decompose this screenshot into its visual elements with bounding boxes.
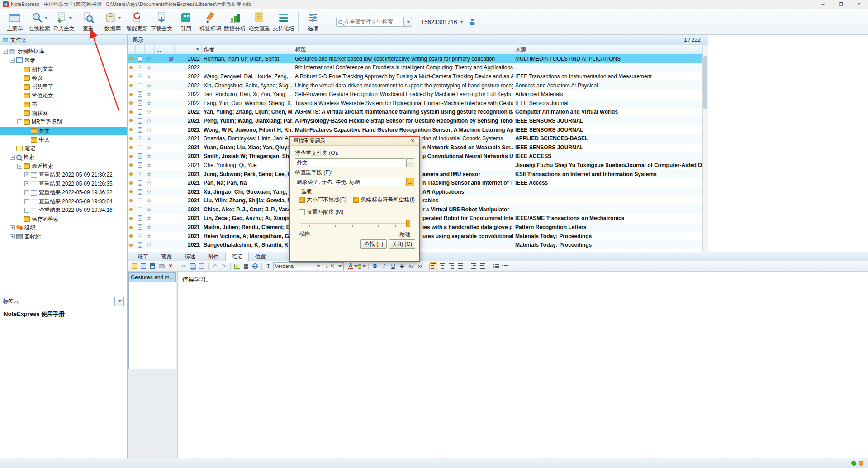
subscript-button[interactable]: x₂ [407,262,415,270]
cut-icon[interactable]: ✂ [180,262,188,270]
new-note-icon[interactable] [130,262,138,270]
tree-item[interactable]: −示例数据库 [0,47,127,56]
database-button[interactable]: 数据库 [100,10,125,33]
tree-expander[interactable]: + [24,172,29,177]
column-attachment[interactable] [136,45,145,54]
tree-item[interactable]: 外文 [0,127,127,136]
table-row[interactable]: ☆2022Xia, Chengshuo; Saito, Ayane; Sugi.… [128,81,708,90]
minimize-button[interactable]: ─ [814,0,832,9]
bottom-tab-1[interactable]: 预览 [155,252,178,261]
match-degree-slider[interactable] [299,220,410,228]
find-button[interactable]: 查找 (F) [360,239,387,249]
record-star-icon[interactable]: ☆ [145,214,155,223]
paper-check-button[interactable]: 论文查重 [247,10,271,33]
tree-expander[interactable]: − [17,164,22,169]
tree-item[interactable]: +查重结果 2022-05-09 19:35:04 [0,197,127,206]
align-justify-button[interactable] [456,262,465,270]
ignore-punctuation-checkbox[interactable]: ✓ 忽略标点符号和空格(I) [353,196,415,204]
record-star-icon[interactable]: ☆ [145,134,155,143]
record-star-icon[interactable]: ☆ [145,90,155,99]
tree-item[interactable]: +查重结果 2022-05-09 19:34:16 [0,206,127,215]
record-star-icon[interactable]: ☆ [145,232,155,241]
account-dropdown[interactable]: 15623301716 [421,19,475,25]
tree-item[interactable]: 笔记 [0,144,127,153]
bottom-tab-4[interactable]: 笔记 [225,252,249,261]
ordered-list-button[interactable] [492,262,500,270]
record-star-icon[interactable]: ☆ [145,125,155,134]
record-star-icon[interactable]: ☆ [145,178,155,187]
tree-expander[interactable]: + [24,199,29,204]
insert-table-icon[interactable]: ▦ [242,262,250,270]
tree-item[interactable]: 会议 [0,74,127,83]
record-star-icon[interactable]: ☆ [145,99,155,108]
record-star-icon[interactable]: ☆ [145,54,155,63]
tree-item[interactable]: +查重结果 2022-05-09 21:26:35 [0,180,127,189]
align-center-button[interactable] [438,262,446,270]
check-duplicates-button[interactable]: 查重 [76,10,100,33]
table-row[interactable]: ☆2022Wang, Zengwei; Dai, Houde; Zeng, ..… [128,72,708,81]
print-icon[interactable] [157,262,166,270]
table-row[interactable]: ☆2022Tan, Puchuan; Han, Xi; Zou, Yang; .… [128,90,708,99]
table-row[interactable]: ☆2022Yan, Yuling; Zhang, Lijun; Chen, M.… [128,108,708,117]
smart-update-button[interactable]: 智能更新 [125,10,149,33]
close-button[interactable]: ✕ [850,0,868,9]
set-match-degree-checkbox[interactable]: 设置匹配度 (M) [299,208,410,216]
table-row[interactable]: ☆2022Rehman, Inam Ur; Ullah, SehatGestur… [128,54,708,63]
table-row[interactable]: ☆2021Peng, Yuxin; Wang, Jianxiang; Par..… [128,116,708,125]
redo-icon[interactable]: ↷ [220,262,228,270]
tree-item[interactable]: 中文 [0,135,127,144]
strikethrough-button[interactable]: S [398,262,406,270]
tree-expander[interactable]: − [3,49,8,54]
column-author[interactable]: 作者 [202,45,293,54]
tree-item[interactable]: −MR手势识别 [0,118,127,127]
online-search-button[interactable]: 在线检索 [27,10,52,33]
bold-button[interactable]: B [371,262,379,270]
delete-note-icon[interactable]: ✕ [166,262,175,270]
column-star[interactable] [145,45,155,54]
records-scrollbar[interactable] [702,45,708,252]
tree-expander[interactable]: + [24,208,29,213]
record-star-icon[interactable]: ☆ [145,81,155,90]
bottom-tab-3[interactable]: 附件 [202,252,225,261]
global-search-box[interactable] [336,17,404,27]
record-star-icon[interactable]: ☆ [145,152,155,161]
cite-button[interactable]: “” 引用 [174,10,198,33]
record-star-icon[interactable]: ☆ [145,170,155,179]
tree-item[interactable]: −题录 [0,56,127,65]
manual-link[interactable]: NoteExpress 使用手册 [4,310,65,318]
record-star-icon[interactable]: ☆ [145,72,155,81]
bottom-tab-2[interactable]: 综述 [178,252,202,261]
column-source[interactable]: 来源 [513,45,702,54]
tree-item[interactable]: 学位论文 [0,91,127,100]
folder-browse-button[interactable]: … [406,158,414,167]
tree-expander[interactable]: + [10,225,15,230]
slider-handle[interactable] [406,220,410,227]
record-star-icon[interactable]: ☆ [145,240,155,249]
font-size-select[interactable]: 五号 [323,262,344,270]
record-star-icon[interactable]: ☆ [145,223,155,232]
data-analysis-button[interactable]: 数据分析 [223,10,247,33]
indent-button[interactable] [479,262,487,270]
underline-button[interactable]: U [389,262,397,270]
column-flag[interactable]: ... [155,45,175,54]
paste-icon[interactable] [198,262,206,270]
align-right-button[interactable] [447,262,455,270]
tree-item[interactable]: +查重结果 2022-05-09 19:36:22 [0,188,127,197]
record-star-icon[interactable]: ☆ [145,63,155,72]
import-fulltext-button[interactable]: 导入全文 [52,10,76,33]
dialog-titlebar[interactable]: 查找重复题录 ✕ [290,137,419,146]
note-list-item[interactable]: Gestures and m... [129,273,176,282]
tree-expander[interactable]: − [10,58,15,63]
table-row[interactable]: ☆2021Wong, W K; Juwono, Filbert H; Kh...… [128,125,708,134]
case-insensitive-checkbox[interactable]: ✓ 大小写不敏感(C) [299,196,347,204]
maximize-button[interactable]: ❐ [832,0,850,9]
tree-item[interactable]: 书 [0,100,127,109]
tree-expander[interactable]: − [10,155,15,160]
main-menu-button[interactable]: 主菜单 [3,10,27,33]
bottom-tab-0[interactable]: 细节 [131,252,155,261]
align-left-button[interactable] [429,262,437,270]
search-input[interactable] [344,19,398,25]
tag-cloud-dropdown[interactable] [115,297,124,306]
dialog-close-button[interactable]: 关闭 (C) [389,239,415,249]
record-star-icon[interactable]: ☆ [145,196,155,205]
